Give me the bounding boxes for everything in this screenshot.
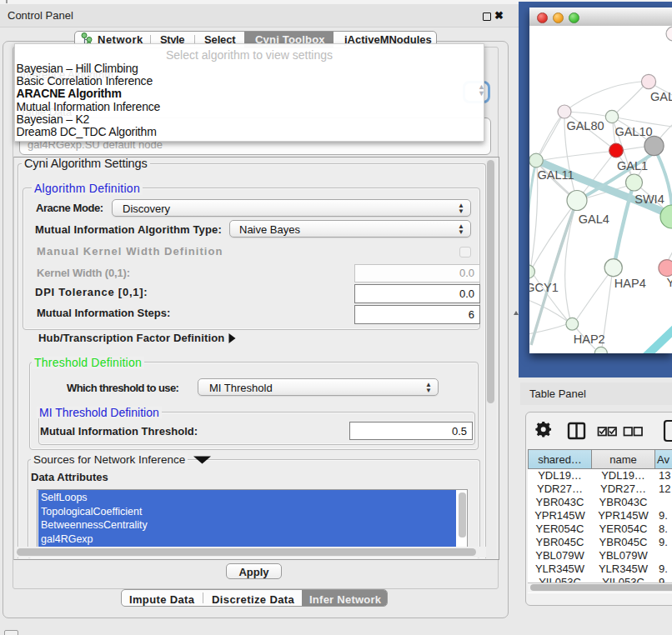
- svg-text:YM: YM: [667, 276, 672, 289]
- svg-text:GAL7: GAL7: [650, 90, 672, 103]
- svg-text:GAL80: GAL80: [566, 119, 604, 132]
- svg-text:HAP4: HAP4: [614, 277, 646, 290]
- svg-text:HAP2: HAP2: [574, 332, 605, 346]
- svg-text:SWI4: SWI4: [634, 192, 664, 206]
- svg-text:GAL11: GAL11: [537, 168, 574, 182]
- svg-text:GCY1: GCY1: [529, 281, 559, 294]
- svg-text:GAL1: GAL1: [617, 159, 648, 172]
- svg-text:GAL10: GAL10: [614, 125, 652, 138]
- svg-text:GAL4: GAL4: [579, 212, 609, 226]
